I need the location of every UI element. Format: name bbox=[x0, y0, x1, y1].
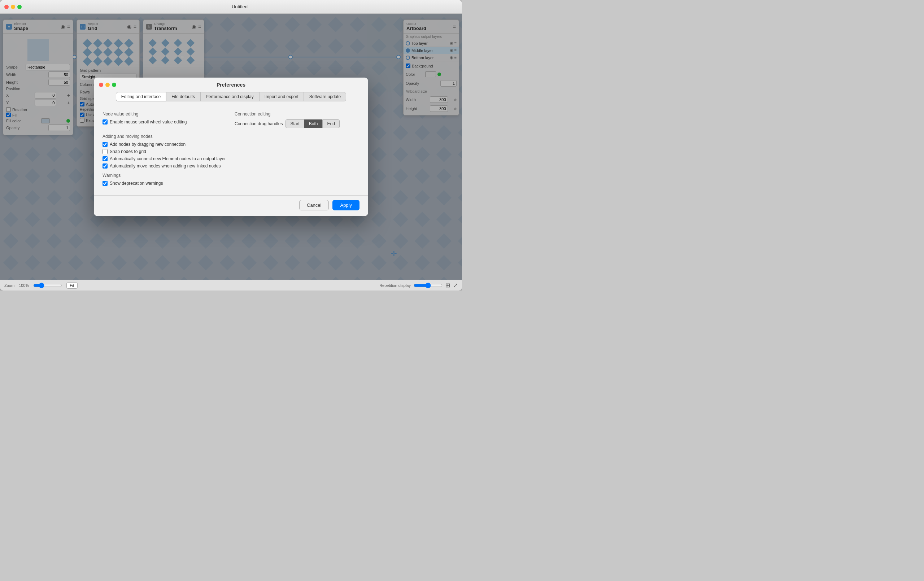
show-deprecation-row: Show deprecation warnings bbox=[102, 181, 360, 186]
modal-footer: Cancel Apply bbox=[94, 195, 368, 216]
auto-move-checkbox[interactable] bbox=[102, 163, 107, 168]
zoom-label: Zoom bbox=[4, 283, 15, 287]
scroll-wheel-row: Enable mouse scroll wheel value editing bbox=[102, 119, 228, 124]
add-by-dragging-row: Add nodes by dragging new connection bbox=[102, 142, 360, 147]
tabs-bar: Editing and interface File defaults Perf… bbox=[94, 92, 368, 106]
zoom-slider[interactable] bbox=[33, 282, 62, 288]
auto-connect-checkbox[interactable] bbox=[102, 156, 107, 161]
adding-moving-title: Adding and moving nodes bbox=[102, 134, 360, 139]
auto-connect-label: Automatically connect new Element nodes … bbox=[110, 156, 226, 161]
show-deprecation-checkbox[interactable] bbox=[102, 181, 107, 186]
close-button[interactable] bbox=[4, 5, 9, 9]
modal-title: Preferences bbox=[216, 82, 246, 88]
show-deprecation-label: Show deprecation warnings bbox=[110, 181, 163, 186]
scroll-wheel-label: Enable mouse scroll wheel value editing bbox=[110, 119, 186, 124]
auto-connect-row: Automatically connect new Element nodes … bbox=[102, 156, 360, 161]
tab-import[interactable]: Import and export bbox=[259, 92, 304, 101]
auto-move-label: Automatically move nodes when adding new… bbox=[110, 163, 221, 168]
repetition-display-label: Repetition display bbox=[380, 283, 411, 287]
repetition-display-slider[interactable] bbox=[414, 282, 442, 288]
modal-traffic-lights bbox=[99, 83, 116, 87]
bottom-right: Repetition display ⊞ ⤢ bbox=[380, 282, 458, 289]
snap-to-grid-row: Snap nodes to grid bbox=[102, 149, 360, 154]
modal-titlebar: Preferences bbox=[94, 78, 368, 92]
tab-software[interactable]: Software update bbox=[304, 92, 346, 101]
window-title: Untitled bbox=[21, 4, 458, 9]
zoom-value: 100% bbox=[19, 283, 29, 287]
maximize-button[interactable] bbox=[17, 5, 21, 9]
tab-performance[interactable]: Performance and display bbox=[200, 92, 259, 101]
modal-overlay[interactable]: Preferences Editing and interface File d… bbox=[0, 14, 462, 280]
handle-btn-group: Start Both End bbox=[285, 119, 339, 128]
modal-minimize-button[interactable] bbox=[106, 83, 110, 87]
handle-start-btn[interactable]: Start bbox=[285, 119, 304, 128]
fit-button[interactable]: Fit bbox=[66, 282, 77, 289]
drag-handles-label: Connection drag handles bbox=[234, 121, 283, 126]
titlebar: Untitled bbox=[0, 0, 462, 14]
tab-file-defaults[interactable]: File defaults bbox=[166, 92, 200, 101]
modal-maximize-button[interactable] bbox=[112, 83, 116, 87]
cancel-button[interactable]: Cancel bbox=[299, 200, 329, 210]
adding-moving-section: Adding and moving nodes Add nodes by dra… bbox=[102, 134, 360, 168]
main-window: Untitled bbox=[0, 0, 462, 290]
connection-handles: Connection drag handles Start Both End bbox=[234, 119, 360, 128]
add-by-dragging-label: Add nodes by dragging new connection bbox=[110, 142, 185, 147]
apply-button[interactable]: Apply bbox=[332, 200, 360, 210]
node-value-section: Node value editing Enable mouse scroll w… bbox=[102, 112, 228, 128]
minimize-button[interactable] bbox=[11, 5, 15, 9]
preferences-modal: Preferences Editing and interface File d… bbox=[94, 78, 368, 216]
view-icon[interactable]: ⊞ bbox=[446, 282, 450, 289]
handle-end-btn[interactable]: End bbox=[322, 119, 339, 128]
modal-close-button[interactable] bbox=[99, 83, 103, 87]
warnings-section: Warnings Show deprecation warnings bbox=[102, 173, 360, 186]
connection-editing-title: Connection editing bbox=[234, 112, 360, 117]
modal-body: Node value editing Enable mouse scroll w… bbox=[94, 106, 368, 195]
warnings-title: Warnings bbox=[102, 173, 360, 178]
main-content: ✛ ● Element Shape ◉ ≡ bbox=[0, 14, 462, 280]
snap-to-grid-checkbox[interactable] bbox=[102, 149, 107, 154]
add-by-dragging-checkbox[interactable] bbox=[102, 142, 107, 147]
tab-editing[interactable]: Editing and interface bbox=[116, 92, 166, 101]
auto-move-row: Automatically move nodes when adding new… bbox=[102, 163, 360, 168]
scroll-wheel-checkbox[interactable] bbox=[102, 119, 107, 124]
traffic-lights bbox=[4, 5, 21, 9]
bottom-bar: Zoom 100% Fit Repetition display ⊞ ⤢ bbox=[0, 280, 462, 290]
connection-editing-section: Connection editing Connection drag handl… bbox=[234, 112, 360, 128]
node-value-title: Node value editing bbox=[102, 112, 228, 117]
handle-both-btn[interactable]: Both bbox=[304, 119, 323, 128]
snap-to-grid-label: Snap nodes to grid bbox=[110, 149, 146, 154]
fullscreen-icon[interactable]: ⤢ bbox=[453, 282, 458, 289]
top-two-column: Node value editing Enable mouse scroll w… bbox=[102, 112, 360, 128]
